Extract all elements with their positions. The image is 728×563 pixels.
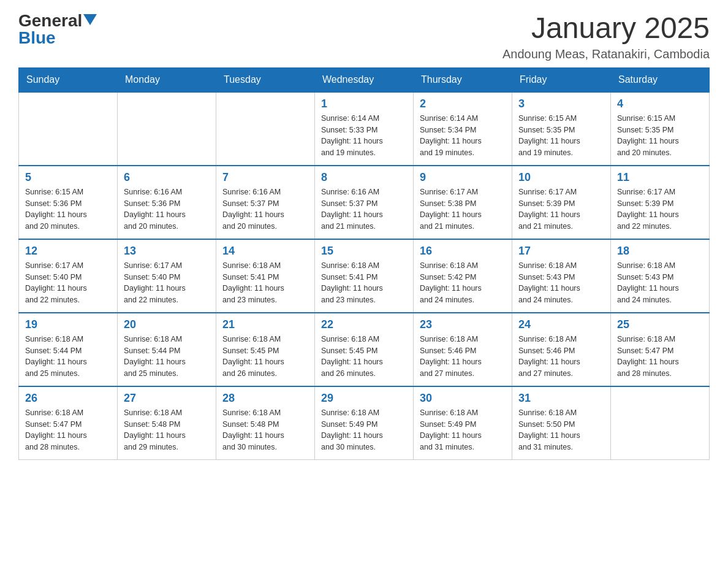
day-number: 22 <box>321 318 407 331</box>
day-info: Sunrise: 6:16 AMSunset: 5:37 PMDaylight:… <box>321 186 407 232</box>
day-info: Sunrise: 6:14 AMSunset: 5:33 PMDaylight:… <box>321 113 407 159</box>
calendar-cell: 12Sunrise: 6:17 AMSunset: 5:40 PMDayligh… <box>19 239 118 313</box>
logo-arrow-icon <box>83 14 97 25</box>
calendar-cell: 3Sunrise: 6:15 AMSunset: 5:35 PMDaylight… <box>512 92 611 166</box>
day-info: Sunrise: 6:18 AMSunset: 5:41 PMDaylight:… <box>222 260 308 306</box>
calendar-cell: 18Sunrise: 6:18 AMSunset: 5:43 PMDayligh… <box>611 239 710 313</box>
day-info: Sunrise: 6:18 AMSunset: 5:43 PMDaylight:… <box>518 260 604 306</box>
title-section: January 2025 Andoung Meas, Ratanakiri, C… <box>502 12 710 61</box>
calendar-header-friday: Friday <box>512 67 611 92</box>
day-info: Sunrise: 6:18 AMSunset: 5:50 PMDaylight:… <box>518 407 604 453</box>
day-number: 6 <box>124 171 210 184</box>
day-number: 27 <box>124 392 210 405</box>
calendar-cell: 28Sunrise: 6:18 AMSunset: 5:48 PMDayligh… <box>216 386 315 460</box>
calendar-header-thursday: Thursday <box>414 67 512 92</box>
day-number: 15 <box>321 245 407 258</box>
calendar-cell: 24Sunrise: 6:18 AMSunset: 5:46 PMDayligh… <box>512 313 611 386</box>
day-number: 30 <box>420 392 506 405</box>
day-number: 5 <box>25 171 111 184</box>
day-number: 11 <box>617 171 703 184</box>
calendar-cell: 17Sunrise: 6:18 AMSunset: 5:43 PMDayligh… <box>512 239 611 313</box>
logo-blue-text: Blue <box>18 28 56 47</box>
calendar-header-tuesday: Tuesday <box>216 67 315 92</box>
day-info: Sunrise: 6:15 AMSunset: 5:35 PMDaylight:… <box>518 113 604 159</box>
svg-marker-0 <box>83 14 97 25</box>
day-info: Sunrise: 6:18 AMSunset: 5:46 PMDaylight:… <box>518 334 604 380</box>
day-info: Sunrise: 6:18 AMSunset: 5:49 PMDaylight:… <box>321 407 407 453</box>
calendar-week-1: 1Sunrise: 6:14 AMSunset: 5:33 PMDaylight… <box>19 92 710 166</box>
calendar-cell: 4Sunrise: 6:15 AMSunset: 5:35 PMDaylight… <box>611 92 710 166</box>
logo-general-text: General <box>18 12 82 29</box>
calendar-cell: 29Sunrise: 6:18 AMSunset: 5:49 PMDayligh… <box>315 386 414 460</box>
calendar-week-5: 26Sunrise: 6:18 AMSunset: 5:47 PMDayligh… <box>19 386 710 460</box>
calendar-week-3: 12Sunrise: 6:17 AMSunset: 5:40 PMDayligh… <box>19 239 710 313</box>
calendar-cell <box>118 92 216 166</box>
calendar-cell <box>19 92 118 166</box>
day-number: 21 <box>222 318 308 331</box>
calendar-header-monday: Monday <box>118 67 216 92</box>
calendar-cell: 15Sunrise: 6:18 AMSunset: 5:41 PMDayligh… <box>315 239 414 313</box>
calendar-cell: 11Sunrise: 6:17 AMSunset: 5:39 PMDayligh… <box>611 166 710 239</box>
day-number: 28 <box>222 392 308 405</box>
day-number: 1 <box>321 98 407 110</box>
calendar-header-row: SundayMondayTuesdayWednesdayThursdayFrid… <box>19 67 710 92</box>
calendar-cell: 16Sunrise: 6:18 AMSunset: 5:42 PMDayligh… <box>414 239 512 313</box>
day-info: Sunrise: 6:15 AMSunset: 5:36 PMDaylight:… <box>25 186 111 232</box>
day-info: Sunrise: 6:16 AMSunset: 5:36 PMDaylight:… <box>124 186 210 232</box>
day-info: Sunrise: 6:17 AMSunset: 5:40 PMDaylight:… <box>124 260 210 306</box>
calendar-header-wednesday: Wednesday <box>315 67 414 92</box>
calendar-cell <box>611 386 710 460</box>
day-info: Sunrise: 6:15 AMSunset: 5:35 PMDaylight:… <box>617 113 703 159</box>
day-number: 4 <box>617 98 703 110</box>
day-info: Sunrise: 6:18 AMSunset: 5:49 PMDaylight:… <box>420 407 506 453</box>
day-info: Sunrise: 6:16 AMSunset: 5:37 PMDaylight:… <box>222 186 308 232</box>
day-number: 2 <box>420 98 506 110</box>
location: Andoung Meas, Ratanakiri, Cambodia <box>502 47 710 61</box>
calendar-cell: 31Sunrise: 6:18 AMSunset: 5:50 PMDayligh… <box>512 386 611 460</box>
day-info: Sunrise: 6:17 AMSunset: 5:39 PMDaylight:… <box>518 186 604 232</box>
calendar-cell: 1Sunrise: 6:14 AMSunset: 5:33 PMDaylight… <box>315 92 414 166</box>
calendar-cell: 20Sunrise: 6:18 AMSunset: 5:44 PMDayligh… <box>118 313 216 386</box>
month-title: January 2025 <box>502 12 710 45</box>
calendar-week-2: 5Sunrise: 6:15 AMSunset: 5:36 PMDaylight… <box>19 166 710 239</box>
day-info: Sunrise: 6:18 AMSunset: 5:46 PMDaylight:… <box>420 334 506 380</box>
day-number: 31 <box>518 392 604 405</box>
day-number: 3 <box>518 98 604 110</box>
day-number: 26 <box>25 392 111 405</box>
day-number: 9 <box>420 171 506 184</box>
calendar-cell: 10Sunrise: 6:17 AMSunset: 5:39 PMDayligh… <box>512 166 611 239</box>
calendar-cell: 6Sunrise: 6:16 AMSunset: 5:36 PMDaylight… <box>118 166 216 239</box>
day-number: 8 <box>321 171 407 184</box>
day-number: 14 <box>222 245 308 258</box>
calendar-week-4: 19Sunrise: 6:18 AMSunset: 5:44 PMDayligh… <box>19 313 710 386</box>
calendar-cell: 27Sunrise: 6:18 AMSunset: 5:48 PMDayligh… <box>118 386 216 460</box>
day-info: Sunrise: 6:14 AMSunset: 5:34 PMDaylight:… <box>420 113 506 159</box>
calendar-header-saturday: Saturday <box>611 67 710 92</box>
day-info: Sunrise: 6:18 AMSunset: 5:41 PMDaylight:… <box>321 260 407 306</box>
day-info: Sunrise: 6:18 AMSunset: 5:48 PMDaylight:… <box>222 407 308 453</box>
calendar-cell: 26Sunrise: 6:18 AMSunset: 5:47 PMDayligh… <box>19 386 118 460</box>
day-info: Sunrise: 6:17 AMSunset: 5:40 PMDaylight:… <box>25 260 111 306</box>
day-info: Sunrise: 6:18 AMSunset: 5:44 PMDaylight:… <box>25 334 111 380</box>
logo: General Blue <box>18 12 97 47</box>
day-info: Sunrise: 6:18 AMSunset: 5:42 PMDaylight:… <box>420 260 506 306</box>
day-number: 16 <box>420 245 506 258</box>
calendar-cell: 30Sunrise: 6:18 AMSunset: 5:49 PMDayligh… <box>414 386 512 460</box>
calendar-cell: 14Sunrise: 6:18 AMSunset: 5:41 PMDayligh… <box>216 239 315 313</box>
day-info: Sunrise: 6:17 AMSunset: 5:38 PMDaylight:… <box>420 186 506 232</box>
day-info: Sunrise: 6:18 AMSunset: 5:45 PMDaylight:… <box>222 334 308 380</box>
calendar-cell: 13Sunrise: 6:17 AMSunset: 5:40 PMDayligh… <box>118 239 216 313</box>
calendar-cell: 7Sunrise: 6:16 AMSunset: 5:37 PMDaylight… <box>216 166 315 239</box>
page-header: General Blue January 2025 Andoung Meas, … <box>18 12 710 61</box>
calendar-cell: 2Sunrise: 6:14 AMSunset: 5:34 PMDaylight… <box>414 92 512 166</box>
calendar-cell: 25Sunrise: 6:18 AMSunset: 5:47 PMDayligh… <box>611 313 710 386</box>
day-info: Sunrise: 6:18 AMSunset: 5:45 PMDaylight:… <box>321 334 407 380</box>
calendar-cell: 21Sunrise: 6:18 AMSunset: 5:45 PMDayligh… <box>216 313 315 386</box>
day-number: 7 <box>222 171 308 184</box>
day-info: Sunrise: 6:18 AMSunset: 5:47 PMDaylight:… <box>25 407 111 453</box>
calendar-cell: 8Sunrise: 6:16 AMSunset: 5:37 PMDaylight… <box>315 166 414 239</box>
calendar-cell: 23Sunrise: 6:18 AMSunset: 5:46 PMDayligh… <box>414 313 512 386</box>
day-info: Sunrise: 6:18 AMSunset: 5:47 PMDaylight:… <box>617 334 703 380</box>
day-info: Sunrise: 6:17 AMSunset: 5:39 PMDaylight:… <box>617 186 703 232</box>
day-number: 19 <box>25 318 111 331</box>
